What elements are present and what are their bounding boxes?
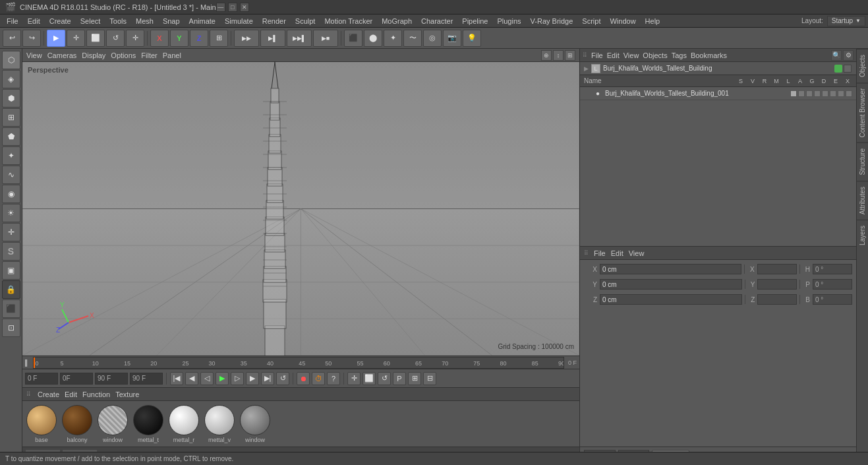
axis-y-button[interactable]: Y xyxy=(170,30,188,47)
play-button[interactable]: ▶ xyxy=(216,372,229,385)
menu-plugins[interactable]: Plugins xyxy=(493,16,525,26)
play-btn-p[interactable]: P xyxy=(393,372,406,385)
fps-label-field[interactable]: 90 F xyxy=(130,373,163,385)
attr-menu-view[interactable]: View xyxy=(629,249,645,257)
menu-mesh[interactable]: Mesh xyxy=(132,16,158,26)
object-circle-button[interactable]: ◎ xyxy=(423,30,442,47)
vtab-layers[interactable]: Layers xyxy=(857,220,868,251)
obj-settings-btn[interactable]: ⚙ xyxy=(843,50,854,61)
menu-select[interactable]: Select xyxy=(76,16,105,26)
material-mettal-r[interactable]: mettal_r xyxy=(169,405,199,443)
tool-spline1[interactable]: ∿ xyxy=(2,166,20,184)
motion-button[interactable]: ✛ xyxy=(347,372,361,385)
attr-x-size[interactable] xyxy=(757,264,797,274)
timeline-track[interactable]: 0 5 10 15 20 25 30 35 40 45 50 55 60 65 … xyxy=(33,357,564,369)
render-active-button[interactable]: ▶■ xyxy=(313,30,338,47)
attr-y-size[interactable] xyxy=(757,279,797,290)
maximize-button[interactable]: □ xyxy=(228,3,237,12)
material-mettal-v[interactable]: mettal_v xyxy=(204,405,235,443)
current-time-field[interactable]: 0 F xyxy=(25,373,58,385)
mat-menu-edit[interactable]: Edit xyxy=(65,390,77,398)
prev-frame-button[interactable]: ◀ xyxy=(185,372,198,385)
menu-snap[interactable]: Snap xyxy=(159,16,184,26)
tool-s[interactable]: S xyxy=(2,242,20,261)
menu-sculpt[interactable]: Sculpt xyxy=(291,16,320,26)
menu-pipeline[interactable]: Pipeline xyxy=(458,16,492,26)
key-button[interactable]: ? xyxy=(327,372,340,385)
mat-menu-function[interactable]: Function xyxy=(82,390,110,398)
menu-create[interactable]: Create xyxy=(45,16,75,26)
object-spline-button[interactable]: 〜 xyxy=(403,30,422,47)
prev-button[interactable]: ◁ xyxy=(200,372,214,385)
menu-vray[interactable]: V-Ray Bridge xyxy=(527,16,577,26)
move-button[interactable]: ✛ xyxy=(67,30,85,47)
goto-end-button[interactable]: ▶| xyxy=(261,372,274,385)
material-mettal-t[interactable]: mettal_t xyxy=(133,405,163,443)
search-icon[interactable]: 🔍 xyxy=(831,50,842,61)
object-sphere-button[interactable]: ⬤ xyxy=(364,30,382,47)
viewport-canvas[interactable]: Perspective xyxy=(22,62,579,356)
transform-button[interactable]: ✛ xyxy=(126,30,144,47)
attr-z-size[interactable] xyxy=(757,294,797,305)
obj-menu-view[interactable]: View xyxy=(623,51,639,59)
world-button[interactable]: ⊞ xyxy=(210,30,228,47)
undo-button[interactable]: ↩ xyxy=(3,30,21,47)
next-button[interactable]: ▷ xyxy=(231,372,244,385)
attr-menu-edit[interactable]: Edit xyxy=(611,249,623,257)
menu-motion-tracker[interactable]: Motion Tracker xyxy=(320,16,376,26)
render-region-button[interactable]: ▶▶ xyxy=(234,30,259,47)
fps-field[interactable]: 0F xyxy=(60,373,93,385)
attr-z-pos[interactable]: 0 cm xyxy=(600,294,742,305)
redo-button[interactable]: ↪ xyxy=(22,30,41,47)
menu-simulate[interactable]: Simulate xyxy=(221,16,257,26)
tool-extra2[interactable]: ⊡ xyxy=(2,319,20,337)
axis-x-button[interactable]: X xyxy=(150,30,169,47)
play-btn-sq[interactable]: ⬜ xyxy=(362,372,376,385)
object-camera-button[interactable]: 📷 xyxy=(443,30,461,47)
object-cube-button[interactable]: ⬛ xyxy=(344,30,362,47)
timeline-ruler[interactable]: ▌ 0 5 10 15 20 25 30 35 40 45 50 55 60 6… xyxy=(22,356,579,369)
live-select-button[interactable]: ▶ xyxy=(47,30,65,47)
play-btn-grid[interactable]: ⊞ xyxy=(408,372,421,385)
obj-menu-tags[interactable]: Tags xyxy=(672,51,687,59)
minimize-button[interactable]: — xyxy=(216,3,225,12)
render-all-button[interactable]: ▶▶▌ xyxy=(287,30,312,47)
layout-preset-dropdown[interactable]: Startup ▼ xyxy=(827,16,865,26)
menu-file[interactable]: File xyxy=(3,16,22,26)
menu-render[interactable]: Render xyxy=(258,16,290,26)
tool-lock[interactable]: 🔒 xyxy=(2,280,20,299)
goto-start-button[interactable]: |◀ xyxy=(170,372,183,385)
menu-tools[interactable]: Tools xyxy=(105,16,130,26)
tool-texture[interactable]: ⬢ xyxy=(2,89,20,108)
material-base[interactable]: base xyxy=(26,405,57,443)
menu-script[interactable]: Script xyxy=(578,16,604,26)
attr-y-pos[interactable]: 0 cm xyxy=(600,279,742,290)
vtab-objects[interactable]: Objects xyxy=(857,49,868,82)
vp-menu-options[interactable]: Options xyxy=(111,51,136,59)
rotate-button[interactable]: ↺ xyxy=(106,30,125,47)
tool-light[interactable]: ☀ xyxy=(2,204,20,222)
attr-menu-file[interactable]: File xyxy=(594,249,606,257)
vp-menu-filter[interactable]: Filter xyxy=(141,51,157,59)
menu-mograph[interactable]: MoGraph xyxy=(378,16,416,26)
menu-window[interactable]: Window xyxy=(606,16,639,26)
tool-extra[interactable]: ⬛ xyxy=(2,299,20,318)
axis-z-button[interactable]: Z xyxy=(190,30,208,47)
vp-ctrl-1[interactable]: ⊕ xyxy=(541,50,552,61)
attr-x-pos[interactable]: 0 cm xyxy=(600,264,741,274)
auto-key-button[interactable]: ⏱ xyxy=(312,372,325,385)
material-balcony[interactable]: balcony xyxy=(62,405,92,443)
next-frame-button[interactable]: ▶ xyxy=(246,372,259,385)
attr-h-val[interactable]: 0 ° xyxy=(813,264,852,274)
obj-menu-bookmarks[interactable]: Bookmarks xyxy=(691,51,727,59)
vtab-structure[interactable]: Structure xyxy=(857,142,868,181)
play-btn-c[interactable]: ↺ xyxy=(378,372,391,385)
obj-menu-file[interactable]: File xyxy=(591,51,603,59)
vtab-content-browser[interactable]: Content Browser xyxy=(857,82,868,142)
play-btn-last[interactable]: ⊟ xyxy=(423,372,436,385)
vp-menu-display[interactable]: Display xyxy=(82,51,105,59)
tool-spline2[interactable]: ◉ xyxy=(2,185,20,203)
render-view-button[interactable]: ▶▌ xyxy=(260,30,285,47)
window-controls[interactable]: — □ ✕ xyxy=(216,3,249,12)
obj-item-building-001[interactable]: ● Burj_Khalifa_Worlds_Tallest_Building_0… xyxy=(580,87,856,100)
